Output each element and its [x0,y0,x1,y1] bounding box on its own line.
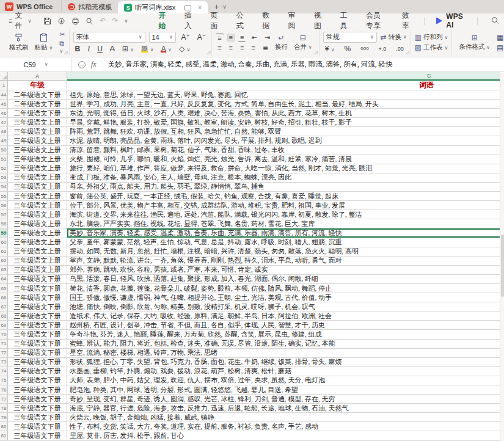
grade-cell[interactable]: 三年级语文上册 [8,219,67,228]
cell-style-button[interactable]: ▤ 单元格样式 ∨ [497,43,504,52]
row-number[interactable]: 54 [0,183,8,191]
find-icon[interactable] [86,17,93,25]
font-name-select[interactable]: 宋体∨ [73,32,145,43]
row-number[interactable]: 48 [0,127,8,136]
grade-cell[interactable]: 三年级语文上册 [8,136,67,145]
row-number[interactable]: 77 [0,395,8,403]
row-number[interactable]: 59 [0,228,8,237]
words-cell[interactable]: 位于, 部分, 风景, 优美, 物产丰富, 相互, 交错, 成群结队, 游动, … [67,201,504,210]
select-all-corner[interactable] [0,72,8,80]
row-number[interactable]: 69 [0,321,8,329]
increase-indent-icon[interactable]: ⇥ [263,34,272,42]
wps-ai-button[interactable]: WPS AI [429,12,472,29]
grade-cell[interactable]: 三年级语文下册 [8,312,67,320]
row-number[interactable]: 73 [0,358,8,366]
row-number[interactable]: 66 [0,293,8,302]
grade-cell[interactable]: 三年级语文上册 [8,257,67,265]
grade-cell[interactable]: 三年级语文下册 [8,302,67,311]
decrease-decimal-icon[interactable]: .00 [394,46,406,53]
grade-cell[interactable]: 三年级语文上册 [8,247,67,256]
words-cell[interactable]: 肥皂泡, 种类, 其中, 网球, 透明, 分裂, 形式, 圆满, 轻悠悠, 飞越… [67,385,504,394]
grade-cell[interactable]: 三年级语文下册 [8,349,67,357]
grade-cell[interactable]: 三年级语文上册 [8,146,67,155]
row-number[interactable]: 57 [0,210,8,219]
clipboard-dialog-launcher-icon[interactable]: ◿ [64,50,67,55]
grade-cell[interactable]: 三年级语文下册 [8,340,67,348]
grade-cell[interactable]: 三年级语文上册 [8,228,67,237]
quickbar-chevron-icon[interactable]: ∨ [124,18,128,24]
row-number[interactable]: 45 [0,100,8,108]
decrease-indent-icon[interactable]: ⇤ [249,34,258,42]
grade-cell[interactable]: 三年级语文下册 [8,422,67,431]
row-number[interactable]: 75 [0,376,8,385]
words-cell[interactable]: 大师, 表弟, 胆小, 中药, 姑父, 理发, 欢迎, 仇人, 摆布, 双倍, … [67,376,504,385]
words-cell[interactable]: 掌声, 文静, 默默, 轮流, 讲台, 一齐, 角落, 慢吞吞, 刚刚, 热烈,… [67,257,504,265]
grade-cell[interactable]: 二年级语文下册 [8,100,67,108]
words-cell[interactable]: 乌黑, 活泼, 春日, 轻风, 吹拂, 洒落, 赶集, 聚拢, 形成, 加入, … [67,275,504,283]
column-header-c[interactable]: C [67,72,504,81]
cut-icon[interactable]: ✂ [59,31,65,38]
words-cell[interactable]: 海底, 宁静, 器官, 行进, 危险, 海参, 攻击, 反推力, 迅速, 后退,… [67,404,504,412]
rows-columns-button[interactable]: ▥ 行和列 ∨ [415,33,448,42]
row-number[interactable]: 62 [0,257,8,265]
italic-icon[interactable]: I [86,45,92,53]
row-number[interactable]: 64 [0,275,8,283]
borders-icon[interactable]: ⊞ ∨ [120,45,136,53]
row-number[interactable]: 76 [0,385,8,394]
words-cell[interactable]: 池塘, 痛快, 倒映, 倒影, 欣赏, 匀称, 精美, 别致, 没精打采, 机灵… [67,302,504,311]
row-number[interactable]: 55 [0,192,8,200]
name-box[interactable]: C59 ∨ [0,57,72,71]
row-number[interactable]: 53 [0,173,8,182]
grade-cell[interactable]: 三年级语文下册 [8,284,67,293]
row-number[interactable]: 68 [0,312,8,320]
grade-cell[interactable]: 三年级语文下册 [8,321,67,329]
grade-cell[interactable]: 三年级语文上册 [8,127,67,136]
row-number[interactable]: 80 [0,422,8,431]
grade-cell[interactable]: 三年级语文下册 [8,358,67,366]
export-icon[interactable] [57,17,65,25]
align-middle-icon[interactable]: ≡ [227,34,235,42]
worksheet-button[interactable]: ▧ 工作表 ∨ [415,43,448,52]
words-cell[interactable]: 祖先, 原始, 意思, 浓绿, 一望无边, 蓝天, 野果, 野兔, 赛跑, 回忆 [67,90,504,99]
words-cell[interactable]: 火柴, 围裙, 可怜, 几乎, 哪怕, 暖和, 火焰, 灿烂, 亮光, 烛光, … [67,155,504,164]
row-number[interactable]: 47 [0,118,8,126]
grade-cell[interactable]: 三年级语文下册 [8,293,67,302]
align-bottom-icon[interactable]: ≡ [238,34,246,42]
grade-cell[interactable]: 三年级语文上册 [8,155,67,164]
row-number[interactable]: 58 [0,219,8,228]
grade-cell[interactable]: 三年级语文上册 [8,210,67,219]
underline-icon[interactable]: U [95,45,104,53]
row-number[interactable]: 72 [0,349,8,357]
eraser-icon[interactable]: ◇ ∨ [177,45,192,53]
row-number[interactable]: 61 [0,247,8,256]
words-cell[interactable]: 性子, 布料, 交货, 笑话, 大方, 夸奖, 道理, 实在, 提前, 服务, … [67,422,504,431]
row-number[interactable]: 79 [0,413,8,421]
row-number[interactable]: 50 [0,146,8,155]
insert-function-icon[interactable]: fx [91,60,97,69]
distributed-icon[interactable]: ≣ [261,44,270,52]
font-dialog-launcher-icon[interactable]: ◿ [207,50,210,55]
words-cell[interactable]: 火烧云, 晚饭, 胡子, 金灿灿, 凶猛, 接着, 威武, 镇静 [67,413,504,421]
bold-icon[interactable]: B [73,45,82,53]
scrollbar-thumb[interactable] [501,235,504,297]
grade-header-cell[interactable]: 年级 [8,81,67,90]
grade-cell[interactable]: 三年级语文上册 [8,118,67,126]
printer-icon[interactable] [71,17,79,25]
row-number[interactable]: 63 [0,266,8,274]
words-cell[interactable]: 奇妙, 呈现, 变幻, 群星, 奇迹, 诱人, 圆润, 感叹, 光芒, 冰柱, … [67,395,504,403]
paste-button[interactable]: 粘贴 ∨ [32,32,56,53]
words-cell[interactable]: 郊外, 养病, 跳动, 欢快, 谷粒, 男孩, 或者, 严寒, 本来, 可惜, … [67,266,504,274]
undo-icon[interactable]: ↶ [100,16,106,25]
words-cell[interactable]: 水泥, 放晴, 明朗, 亮晶晶, 金黄, 雨珠, 落叶, 闪闪发光, 尽头, 平… [67,136,504,145]
grade-cell[interactable]: 三年级语文下册 [8,376,67,385]
words-cell[interactable]: 窗前, 蒲公英, 盛开, 玩耍, 一本正经, 绒毛, 假装, 哈欠, 钓鱼, 观… [67,192,504,200]
font-color-icon[interactable]: A ∨ [159,45,173,53]
row-number[interactable]: 60 [0,238,8,247]
words-cell[interactable]: 造纸术, 伟大, 记录, 保存, 大约, 吸收, 经验, 原料, 满足, 朝鲜,… [67,312,504,320]
alignment-dialog-launcher-icon[interactable]: ◿ [314,50,317,55]
words-cell[interactable]: 清凉, 留意, 颜料, 枫叶, 邮票, 果树, 菊花, 仙子, 气味, 香甜, … [67,146,504,155]
grade-cell[interactable]: 三年级语文下册 [8,367,67,376]
grade-cell[interactable]: 三年级语文下册 [8,275,67,283]
percent-icon[interactable]: % [343,45,353,53]
font-size-select[interactable]: 14∨ [149,32,176,43]
